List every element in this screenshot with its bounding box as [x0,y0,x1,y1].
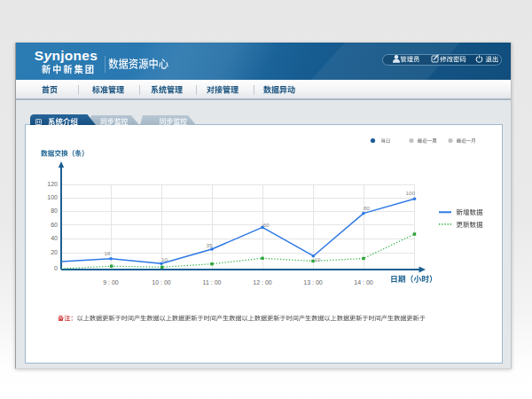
svg-text:120: 120 [47,181,58,187]
svg-text:100: 100 [406,190,416,196]
svg-text:12 : 00: 12 : 00 [253,279,272,286]
svg-text:18: 18 [105,250,111,256]
svg-text:40: 40 [51,235,58,241]
svg-text:20: 20 [51,249,58,255]
svg-text:35: 35 [207,242,213,248]
svg-text:9 : 00: 9 : 00 [103,279,119,286]
svg-text:10: 10 [315,256,321,262]
svg-text:0: 0 [54,265,58,271]
svg-text:13 : 00: 13 : 00 [303,279,323,286]
svg-text:80: 80 [364,205,370,211]
svg-text:100: 100 [47,194,58,200]
svg-text:14 : 00: 14 : 00 [354,279,373,286]
svg-text:11 : 00: 11 : 00 [203,279,222,286]
svg-text:10: 10 [161,256,168,262]
svg-text:10 : 00: 10 : 00 [152,279,171,286]
svg-text:80: 80 [51,207,58,214]
svg-text:60: 60 [263,222,270,228]
svg-text:60: 60 [51,222,58,228]
